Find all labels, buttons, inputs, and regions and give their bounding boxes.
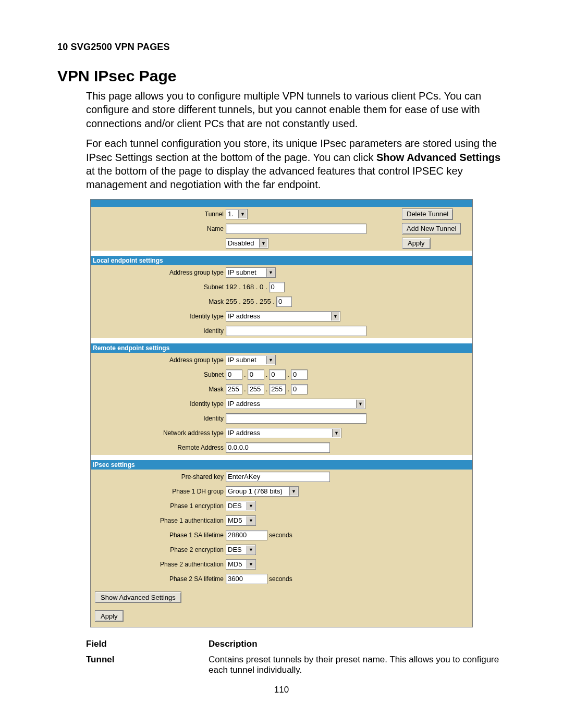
p2-life-input[interactable]: 3600 [226,574,267,584]
remote-subnet-o3[interactable]: 0 [269,369,286,380]
local-mask-label: Mask [91,298,226,305]
remote-subnet-o4[interactable]: 0 [291,369,308,380]
top-blue-bar [91,200,472,207]
local-id-type-label: Identity type [91,313,226,320]
local-mask-prefix: 255 . 255 . 255 . [226,298,275,305]
p2-life-label: Phase 2 SA lifetime [91,575,226,583]
p1-auth-select[interactable]: MD5 ▼ [226,515,256,526]
chevron-down-icon: ▼ [247,560,255,569]
remote-net-addr-type-value: IP address [228,429,260,437]
p1-dh-select[interactable]: Group 1 (768 bits) ▼ [226,486,299,497]
remote-subnet-o2[interactable]: 0 [248,369,264,380]
remote-net-addr-type-label: Network address type [91,429,226,437]
chevron-down-icon: ▼ [247,516,255,525]
remote-id-type-label: Identity type [91,400,226,408]
p2-enc-select[interactable]: DES ▼ [226,545,256,555]
local-addr-group-value: IP subnet [228,268,256,276]
chevron-down-icon: ▼ [289,487,298,496]
local-id-type-value: IP address [228,312,260,320]
local-mask-last-input[interactable]: 0 [276,297,292,307]
local-identity-input[interactable] [226,326,366,336]
p1-life-input[interactable]: 28800 [226,530,267,540]
p1-enc-label: Phase 1 encryption [91,502,226,510]
desc-field-tunnel: Tunnel [86,655,114,664]
remote-mask-label: Mask [91,386,226,393]
p1-auth-label: Phase 1 authentication [91,517,226,524]
p1-life-unit: seconds [269,532,292,539]
delete-tunnel-button[interactable]: Delete Tunnel [402,208,453,220]
remote-id-type-select[interactable]: IP address ▼ [226,399,365,409]
paragraph-2b-bold: Show Advanced Settings [376,152,500,163]
paragraph-2: For each tunnel configuration you store,… [57,137,506,192]
remote-mask-o3[interactable]: 255 [269,384,286,394]
remote-identity-label: Identity [91,415,226,422]
remote-addr-group-value: IP subnet [228,356,256,364]
tunnel-select[interactable]: 1. ▼ [226,209,248,219]
show-advanced-settings-button[interactable]: Show Advanced Settings [95,591,181,603]
section-header: 10 SVG2500 VPN PAGES [57,42,506,53]
remote-mask-o2[interactable]: 255 [248,384,264,394]
remote-address-label: Remote Address [91,444,226,451]
remote-id-type-value: IP address [228,400,260,408]
enable-select[interactable]: Disabled ▼ [226,238,268,249]
psk-label: Pre-shared key [91,473,226,480]
p1-life-label: Phase 1 SA lifetime [91,532,226,539]
chevron-down-icon: ▼ [332,429,340,437]
chevron-down-icon: ▼ [247,502,255,510]
chevron-down-icon: ▼ [259,239,267,248]
p2-enc-value: DES [228,546,242,553]
remote-mask-o1[interactable]: 255 [226,384,242,394]
p2-life-unit: seconds [269,575,292,583]
name-label: Name [91,225,226,232]
chevron-down-icon: ▼ [331,312,339,320]
desc-header-desc: Description [209,639,258,649]
desc-header-field: Field [86,639,107,649]
remote-net-addr-type-select[interactable]: IP address ▼ [226,428,341,438]
add-new-tunnel-button[interactable]: Add New Tunnel [402,223,461,235]
local-addr-group-select[interactable]: IP subnet ▼ [226,267,276,278]
chevron-down-icon: ▼ [266,268,275,277]
name-input[interactable] [226,224,366,234]
remote-addr-group-label: Address group type [91,356,226,364]
apply-button-bottom[interactable]: Apply [95,610,124,622]
p2-enc-label: Phase 2 encryption [91,546,226,553]
chevron-down-icon: ▼ [356,400,364,408]
p2-auth-select[interactable]: MD5 ▼ [226,559,256,570]
p2-auth-value: MD5 [228,560,242,568]
config-screenshot: Tunnel 1. ▼ Delete Tunnel Name [90,199,473,627]
remote-addr-group-select[interactable]: IP subnet ▼ [226,355,276,365]
local-subnet-last-input[interactable]: 0 [269,282,285,292]
p1-dh-label: Phase 1 DH group [91,488,226,495]
local-id-type-select[interactable]: IP address ▼ [226,311,340,322]
remote-address-input[interactable]: 0.0.0.0 [226,442,330,453]
p1-dh-value: Group 1 (768 bits) [228,487,283,495]
page-title: VPN IPsec Page [57,67,506,85]
p1-enc-select[interactable]: DES ▼ [226,501,256,511]
remote-subnet-label: Subnet [91,371,226,378]
enable-select-value: Disabled [228,239,254,247]
remote-identity-input[interactable] [226,413,366,424]
chevron-down-icon: ▼ [238,210,247,218]
p1-auth-value: MD5 [228,516,242,524]
local-addr-group-label: Address group type [91,269,226,276]
apply-button-top[interactable]: Apply [402,238,431,249]
desc-header-row: Field Description [57,639,506,649]
remote-endpoint-title: Remote endpoint settings [91,343,472,353]
psk-input[interactable]: EnterAKey [226,472,330,482]
local-subnet-label: Subnet [91,283,226,291]
tunnel-select-value: 1. [228,210,234,218]
remote-mask-o4[interactable]: 0 [291,384,308,394]
ipsec-title: IPsec settings [91,460,472,470]
local-identity-label: Identity [91,327,226,335]
chevron-down-icon: ▼ [247,546,255,554]
p2-auth-label: Phase 2 authentication [91,561,226,568]
page-number: 110 [57,685,506,695]
paragraph-2c: at the bottom of the page to display the… [86,165,463,190]
desc-row-tunnel: Tunnel Contains preset tunnels by their … [57,655,506,675]
local-subnet-prefix: 192 . 168 . 0 . [226,283,267,291]
page: 10 SVG2500 VPN PAGES VPN IPsec Page This… [0,0,563,728]
remote-subnet-o1[interactable]: 0 [226,369,242,380]
p1-enc-value: DES [228,502,242,510]
chevron-down-icon: ▼ [266,356,275,364]
tunnel-label: Tunnel [91,211,226,218]
